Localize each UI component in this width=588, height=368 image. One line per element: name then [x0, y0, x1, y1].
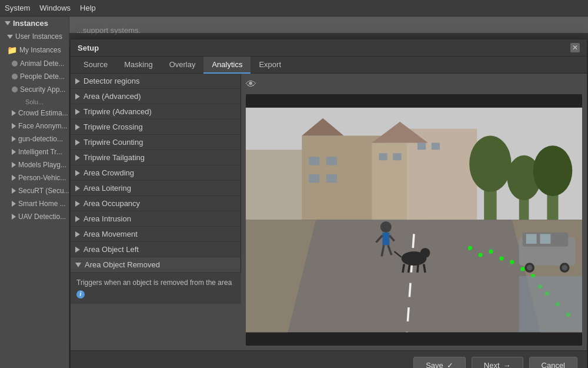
tab-export[interactable]: Export: [250, 57, 289, 74]
svg-rect-12: [393, 153, 401, 160]
sidebar-user-instances[interactable]: User Instances: [0, 30, 69, 43]
sidebar-my-instances[interactable]: 📁 My Instances: [0, 43, 69, 57]
analytics-item-tripwire-adv[interactable]: Tripwire (Advanced): [71, 104, 240, 120]
analytics-item-area-object-removed[interactable]: Area Object Removed: [71, 257, 240, 273]
tab-analytics[interactable]: Analytics: [203, 57, 250, 74]
svg-point-39: [468, 246, 472, 250]
expand-arrow-icon: [75, 201, 80, 207]
close-button[interactable]: ✕: [570, 43, 580, 52]
sidebar-item-uav[interactable]: UAV Detectio...: [0, 210, 69, 223]
analytics-item-label: Area Object Removed: [85, 260, 160, 269]
expand-arrow-icon: [75, 124, 80, 130]
sidebar-item-face[interactable]: Face Anonym...: [0, 120, 69, 132]
analytics-panel: Detector regions Area (Advanced) Tripwir…: [71, 74, 241, 350]
menu-help[interactable]: Help: [80, 4, 96, 12]
analytics-item-tripwire-counting[interactable]: Tripwire Counting: [71, 135, 240, 150]
svg-point-20: [533, 145, 573, 196]
expand-icon: [12, 201, 16, 207]
svg-line-36: [417, 264, 418, 273]
expand-icon: [12, 110, 16, 116]
analytics-item-area-crowding[interactable]: Area Crowding: [71, 165, 240, 181]
analytics-item-area-loitering[interactable]: Area Loitering: [71, 181, 240, 196]
svg-point-43: [510, 260, 514, 264]
sidebar-item-smart[interactable]: Smart Home ...: [0, 197, 69, 210]
sidebar: Instances User Instances 📁 My Instances …: [0, 16, 69, 368]
save-label: Save: [426, 361, 443, 368]
analytics-item-area-adv[interactable]: Area (Advanced): [71, 89, 240, 104]
sidebar-item-crowd[interactable]: Crowd Estima...: [0, 107, 69, 120]
app-area: Instances User Instances 📁 My Instances …: [0, 16, 588, 368]
menu-windows[interactable]: Windows: [39, 4, 71, 12]
cancel-button[interactable]: Cancel: [529, 357, 577, 368]
expand-icon: [12, 149, 16, 155]
analytics-item-area-movement[interactable]: Area Movement: [71, 227, 240, 242]
cancel-label: Cancel: [542, 361, 565, 368]
svg-point-44: [520, 267, 524, 271]
analytics-item-label: Tripwire Tailgating: [83, 153, 145, 162]
tab-source[interactable]: Source: [75, 57, 116, 74]
svg-rect-9: [309, 174, 319, 183]
save-checkmark-icon: ✓: [447, 361, 453, 368]
analytics-item-tripwire-crossing[interactable]: Tripwire Crossing: [71, 120, 240, 135]
svg-rect-7: [309, 157, 319, 165]
svg-rect-58: [519, 276, 582, 332]
next-label: Next: [484, 361, 500, 368]
setup-dialog: Setup ✕ Source Masking Overlay Analytics…: [70, 39, 587, 368]
user-instances-icon: [7, 35, 13, 39]
expand-arrow-icon: [75, 78, 80, 84]
svg-point-42: [499, 256, 503, 260]
folder-icon: 📁: [7, 45, 17, 55]
analytics-item-area-occupancy[interactable]: Area Occupancy: [71, 196, 240, 211]
analytics-item-tripwire-tailgating[interactable]: Tripwire Tailgating: [71, 150, 240, 165]
sidebar-item-person[interactable]: Person-Vehic...: [0, 171, 69, 184]
analytics-item-label: Tripwire Crossing: [83, 122, 143, 131]
instances-label: Instances: [13, 19, 48, 28]
next-arrow-icon: →: [503, 361, 511, 368]
analytics-item-area-object-left[interactable]: Area Object Left: [71, 242, 240, 257]
dialog-title: Setup: [78, 44, 99, 52]
expand-arrow-icon: [75, 247, 80, 253]
description-area: Triggers when an object is removed from …: [71, 273, 241, 304]
menu-bar: System Windows Help: [0, 0, 588, 16]
analytics-item-label: Tripwire Counting: [83, 138, 143, 147]
svg-point-40: [479, 253, 483, 257]
analytics-item-label: Detector regions: [83, 77, 139, 85]
svg-point-16: [469, 136, 512, 192]
expand-arrow-icon: [75, 185, 80, 191]
next-button[interactable]: Next →: [472, 357, 523, 368]
my-instances-label: My Instances: [19, 46, 61, 54]
svg-rect-11: [379, 153, 387, 160]
tabs-bar: Source Masking Overlay Analytics Export: [71, 57, 587, 74]
analytics-detail: 👁: [241, 74, 587, 350]
sidebar-item-gun[interactable]: gun-detectio...: [0, 132, 69, 145]
dialog-footer: Save ✓ Next → Cancel: [71, 350, 587, 368]
svg-rect-13: [417, 142, 426, 150]
expand-arrow-icon: [75, 94, 80, 100]
analytics-list: Detector regions Area (Advanced) Tripwir…: [71, 74, 241, 273]
sidebar-item-intelligent[interactable]: Intelligent Tr...: [0, 145, 69, 158]
sidebar-item-models[interactable]: Models Playg...: [0, 158, 69, 171]
analytics-item-area-intrusion[interactable]: Area Intrusion: [71, 211, 240, 227]
tab-overlay[interactable]: Overlay: [161, 57, 204, 74]
sidebar-item-securt[interactable]: SecuRT (Secu...: [0, 184, 69, 197]
svg-rect-14: [432, 142, 440, 150]
status-indicator: [12, 61, 18, 67]
analytics-item-label: Area Loitering: [83, 184, 131, 193]
sidebar-item-animal[interactable]: Animal Dete...: [0, 57, 69, 70]
tab-masking[interactable]: Masking: [116, 57, 161, 74]
analytics-item-label: Area (Advanced): [83, 92, 141, 101]
status-indicator: [12, 87, 18, 92]
analytics-item-detector[interactable]: Detector regions: [71, 74, 240, 89]
svg-line-34: [403, 264, 404, 273]
expand-icon: [12, 162, 16, 168]
sidebar-item-security[interactable]: Security App...: [0, 83, 69, 96]
save-button[interactable]: Save ✓: [413, 357, 466, 368]
status-indicator: [12, 74, 18, 79]
modal-overlay: Setup ✕ Source Masking Overlay Analytics…: [69, 33, 588, 368]
solutions-divider: Solu...: [0, 96, 69, 107]
expand-icon: [12, 123, 16, 129]
sidebar-item-people[interactable]: People Dete...: [0, 70, 69, 83]
sidebar-instances-header[interactable]: Instances: [0, 16, 69, 30]
analytics-item-label: Tripwire (Advanced): [83, 107, 152, 116]
menu-system[interactable]: System: [5, 4, 30, 12]
